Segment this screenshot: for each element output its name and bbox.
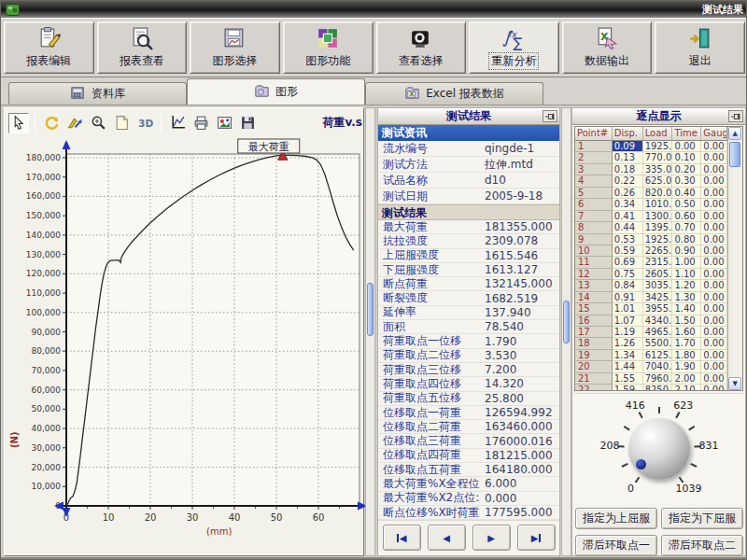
point-number-cell[interactable]: 9 <box>575 234 613 245</box>
data-cell[interactable]: 0.00 <box>701 280 727 291</box>
data-cell[interactable]: 1.70 <box>672 338 701 349</box>
table-scrollbar[interactable]: ▲ ▼ <box>727 127 742 390</box>
3d-tool-icon[interactable]: 3D <box>134 113 155 133</box>
data-cell[interactable]: 0.00 <box>701 269 727 280</box>
hysteresis-point1-button[interactable]: 滞后环取点一 <box>575 535 657 556</box>
result-row[interactable]: 试品名称d10 <box>378 173 559 189</box>
point-number-cell[interactable]: 22 <box>575 385 613 390</box>
column-header-point[interactable]: Point# <box>575 127 613 141</box>
result-row[interactable]: 流水编号qingde-1 <box>378 141 559 157</box>
point-number-cell[interactable]: 10 <box>575 245 613 257</box>
data-cell[interactable]: 1.90 <box>672 361 701 372</box>
data-cell[interactable]: 0.00 <box>701 292 727 303</box>
data-cell[interactable]: 0.00 <box>701 211 727 222</box>
data-cell[interactable]: 770.00 <box>643 152 673 163</box>
zoom-tool-icon[interactable] <box>88 113 108 133</box>
results-panel-scrollbar[interactable] <box>561 107 571 556</box>
data-cell[interactable]: 1395.00 <box>643 222 673 233</box>
data-cell[interactable]: 0.00 <box>701 373 727 385</box>
data-cell[interactable]: 1.26 <box>613 338 643 349</box>
data-cell[interactable]: 0.00 <box>672 141 701 152</box>
data-cell[interactable]: 1.59 <box>613 385 643 390</box>
data-cell[interactable]: 0.00 <box>701 327 727 338</box>
nav-first-button[interactable]: ◀ <box>383 525 421 551</box>
data-cell[interactable]: 2.00 <box>672 373 701 385</box>
nav-next-button[interactable]: ▶ <box>472 525 511 551</box>
pin-icon[interactable] <box>543 110 557 122</box>
print-tool-icon[interactable] <box>190 113 211 133</box>
rotate-tool-icon[interactable] <box>41 113 62 133</box>
data-cell[interactable]: 0.18 <box>613 164 643 175</box>
data-cell[interactable]: 1.10 <box>672 269 701 280</box>
column-header-load[interactable]: Load <box>643 127 673 141</box>
point-number-cell[interactable]: 5 <box>575 188 613 199</box>
point-number-cell[interactable]: 17 <box>575 327 613 338</box>
point-number-cell[interactable]: 3 <box>575 164 613 175</box>
result-row[interactable]: 断点位移%X时荷重177595.000 <box>378 506 559 520</box>
data-cell[interactable]: 1010.00 <box>643 199 673 210</box>
data-cell[interactable]: 0.00 <box>701 175 727 187</box>
data-cell[interactable]: 2315.00 <box>643 257 673 268</box>
data-cell[interactable]: 1.50 <box>672 315 701 327</box>
data-cell[interactable]: 0.26 <box>613 188 643 199</box>
data-cell[interactable]: 0.00 <box>701 350 727 361</box>
hysteresis-point2-button[interactable]: 滞后环取点二 <box>661 535 743 556</box>
column-header-time[interactable]: Time <box>672 127 701 141</box>
data-cell[interactable]: 0.00 <box>701 234 727 245</box>
point-number-cell[interactable]: 12 <box>575 269 613 280</box>
data-cell[interactable]: 1.44 <box>613 361 643 372</box>
data-cell[interactable]: 0.70 <box>672 222 701 233</box>
nav-last-button[interactable]: ▶ <box>517 525 556 551</box>
point-number-cell[interactable]: 4 <box>575 175 613 187</box>
save-tool-icon[interactable] <box>237 113 258 133</box>
data-cell[interactable]: 0.00 <box>701 141 727 152</box>
data-cell[interactable]: 1.40 <box>672 303 701 315</box>
point-number-cell[interactable]: 6 <box>575 199 613 210</box>
data-cell[interactable]: 0.84 <box>613 280 643 291</box>
data-cell[interactable]: 0.53 <box>613 234 643 245</box>
point-number-cell[interactable]: 11 <box>575 257 613 268</box>
data-cell[interactable]: 0.00 <box>701 303 727 315</box>
data-cell[interactable]: 7040.00 <box>643 361 673 372</box>
point-number-cell[interactable]: 14 <box>575 292 613 303</box>
data-cell[interactable]: 2.10 <box>672 385 701 390</box>
point-number-cell[interactable]: 21 <box>575 373 613 385</box>
data-cell[interactable]: 1.20 <box>672 280 701 291</box>
data-cell[interactable]: 0.00 <box>701 257 727 268</box>
data-cell[interactable]: 0.30 <box>672 175 701 187</box>
set-lower-yield-button[interactable]: 指定为下屈服 <box>661 508 743 529</box>
data-cell[interactable]: 1925.00 <box>643 141 673 152</box>
data-cell[interactable]: 8250.00 <box>643 385 673 390</box>
scrollbar-thumb[interactable] <box>367 283 374 336</box>
data-cell[interactable]: 0.00 <box>701 338 727 349</box>
data-cell[interactable]: 0.22 <box>613 175 643 187</box>
data-cell[interactable]: 0.00 <box>701 315 727 327</box>
data-cell[interactable]: 0.69 <box>613 257 643 268</box>
tab-excel-report[interactable]: XExcel 报表数据 <box>365 82 543 105</box>
toolbar-button-report-view[interactable]: 报表查看 <box>97 21 188 74</box>
data-cell[interactable]: 1.60 <box>672 327 701 338</box>
data-cell[interactable]: 0.00 <box>701 222 727 233</box>
data-cell[interactable]: 0.13 <box>613 152 643 163</box>
data-cell[interactable]: 0.41 <box>613 211 643 222</box>
data-cell[interactable]: 0.40 <box>672 188 701 199</box>
result-row[interactable]: 测试日期2005-9-18 <box>378 189 559 204</box>
point-number-cell[interactable]: 1 <box>575 141 613 152</box>
data-cell[interactable]: 6125.00 <box>643 350 673 361</box>
data-cell[interactable]: 2605.00 <box>643 269 673 280</box>
data-cell[interactable]: 0.00 <box>701 152 727 163</box>
tab-graph[interactable]: 图形 <box>187 78 365 105</box>
data-cell[interactable]: 0.00 <box>701 164 727 175</box>
data-cell[interactable]: 820.00 <box>643 188 673 199</box>
pan-tool-icon[interactable] <box>64 113 85 133</box>
data-cell[interactable]: 625.00 <box>643 175 673 187</box>
data-cell[interactable]: 7960.00 <box>643 373 673 385</box>
data-cell[interactable]: 0.75 <box>613 269 643 280</box>
pin-icon[interactable] <box>728 110 743 122</box>
result-row[interactable]: 测试方法拉伸.mtd <box>378 157 559 173</box>
data-cell[interactable]: 0.44 <box>613 222 643 233</box>
data-cell[interactable]: 0.34 <box>613 199 643 210</box>
data-cell[interactable]: 0.00 <box>701 199 727 210</box>
scroll-down-icon[interactable]: ▼ <box>728 377 741 390</box>
data-cell[interactable]: 0.00 <box>701 188 727 199</box>
